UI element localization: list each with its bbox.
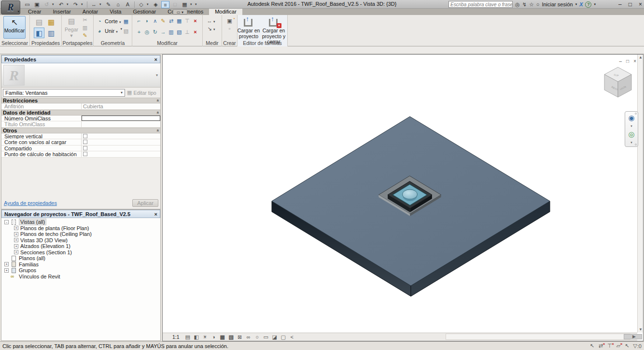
trim-icon[interactable]: → bbox=[159, 28, 167, 36]
select-pinned-icon[interactable]: ⊤× bbox=[607, 343, 612, 349]
corte-vacios-checkbox[interactable] bbox=[83, 140, 87, 144]
scroll-up-icon[interactable]: ▲ bbox=[638, 55, 644, 60]
mirror-icon[interactable]: ⇄ bbox=[168, 17, 175, 25]
temporary-view-properties-icon[interactable]: ▭ bbox=[263, 334, 269, 340]
scale-icon[interactable]: ▧ bbox=[175, 28, 183, 36]
measure-between-icon[interactable]: ↔ bbox=[206, 17, 213, 25]
temporary-hide-isolate-icon[interactable]: ∞ bbox=[245, 334, 252, 340]
select-links-icon[interactable]: ↖ bbox=[590, 343, 594, 349]
lock-3d-view-icon[interactable]: ⊠ bbox=[237, 334, 243, 340]
help-caret-icon[interactable]: ▾ bbox=[594, 2, 596, 6]
collapse-icon[interactable]: - bbox=[4, 220, 9, 224]
sign-in-button[interactable]: Iniciar sesión bbox=[542, 1, 573, 7]
pin-icon[interactable]: ⊤ bbox=[183, 17, 191, 25]
join-geometry-icon[interactable]: ◕ bbox=[96, 27, 103, 35]
tree-item-alzados[interactable]: + Alzados (Elevation 1) bbox=[1, 243, 160, 249]
offset-icon[interactable]: ◗ bbox=[143, 17, 151, 25]
tree-item-planos-techo[interactable]: + Planos de techo (Ceiling Plan) bbox=[1, 231, 160, 237]
family-selector[interactable]: Familia: Ventanas ▾ bbox=[3, 89, 125, 97]
measure-along-icon[interactable]: ↘ bbox=[206, 25, 213, 32]
properties-header[interactable]: Propiedades × bbox=[1, 55, 160, 63]
array-icon[interactable]: ▦ bbox=[175, 17, 183, 25]
array-linear-icon[interactable]: ▥ bbox=[168, 28, 175, 36]
reveal-hidden-icon[interactable]: ○ bbox=[254, 334, 261, 340]
search-icon[interactable]: ◎ bbox=[515, 1, 520, 8]
tab-gestionar[interactable]: Gestionar bbox=[127, 9, 162, 15]
tree-item-planos-planta[interactable]: + Planos de planta (Floor Plan) bbox=[1, 225, 160, 232]
split-element-icon[interactable]: ∧ bbox=[151, 17, 159, 25]
expand-icon[interactable]: + bbox=[4, 262, 9, 266]
omniclass-number-input[interactable] bbox=[82, 116, 160, 121]
wheel-caret-icon[interactable]: ▾ bbox=[625, 124, 638, 128]
section-datos-identidad[interactable]: Datos de identidad« bbox=[1, 110, 160, 116]
load-into-project-button[interactable]: ↑ Cargar en proyecto bbox=[235, 16, 263, 39]
vertical-scrollbar[interactable]: ▲ ▼ bbox=[637, 55, 643, 333]
shadows-icon[interactable]: ◑ bbox=[210, 334, 217, 340]
favorites-star-icon[interactable]: ☆ bbox=[529, 1, 534, 8]
siempre-vertical-checkbox[interactable] bbox=[83, 134, 87, 138]
punto-calculo-checkbox[interactable] bbox=[83, 152, 87, 156]
expand-icon[interactable]: + bbox=[14, 226, 18, 230]
tree-item-vinculos[interactable]: ∞ Vínculos de Revit bbox=[1, 274, 160, 280]
expand-icon[interactable]: + bbox=[14, 244, 18, 248]
copy-element-icon[interactable]: ◎ bbox=[143, 28, 151, 36]
select-by-face-icon[interactable]: ▱× bbox=[616, 343, 620, 349]
project-browser-header[interactable]: Navegador de proyectos - TWF_Roof_Based_… bbox=[1, 210, 160, 218]
horizontal-scrollbar[interactable] bbox=[446, 334, 630, 340]
scroll-right-icon[interactable]: ▶ bbox=[631, 334, 637, 340]
show-crop-icon[interactable]: ▧ bbox=[228, 334, 235, 340]
tree-item-secciones[interactable]: + Secciones (Section 1) bbox=[1, 249, 160, 256]
application-menu-button[interactable]: R ▾ bbox=[1, 0, 20, 15]
displacement-icon[interactable]: ▢ bbox=[280, 334, 287, 340]
tree-item-grupos[interactable]: + Grupos bbox=[1, 267, 160, 274]
rotate-icon[interactable]: ↻ bbox=[151, 28, 159, 36]
delete-icon[interactable]: × bbox=[191, 28, 199, 36]
split-with-gap-icon[interactable]: ✎ bbox=[159, 17, 167, 25]
visual-style-icon[interactable]: ◧ bbox=[193, 334, 200, 340]
expand-icon[interactable]: + bbox=[14, 250, 18, 254]
scale-button[interactable]: 1:1 bbox=[172, 334, 180, 340]
tab-anotar[interactable]: Anotar bbox=[77, 9, 104, 15]
family-category-icon[interactable]: ▤ bbox=[34, 17, 44, 28]
view-minimize-icon[interactable]: – bbox=[619, 58, 622, 64]
view-restore-icon[interactable]: □ bbox=[626, 58, 629, 64]
properties-help-link[interactable]: Ayuda de propiedades bbox=[4, 200, 57, 206]
geometry-aux2-icon[interactable]: ▧ bbox=[122, 27, 130, 35]
tab-crear[interactable]: Crear bbox=[22, 9, 47, 15]
properties-close-icon[interactable]: × bbox=[154, 57, 157, 62]
align-icon[interactable]: ⌐ bbox=[135, 17, 143, 25]
minimize-button[interactable]: – bbox=[618, 1, 622, 8]
collapse-vcb-icon[interactable]: < bbox=[289, 334, 295, 340]
minimize-ribbon-button[interactable]: ▭ ▾ bbox=[173, 9, 187, 15]
close-button[interactable]: × bbox=[639, 1, 642, 8]
crop-view-icon[interactable]: ▦ bbox=[219, 334, 226, 340]
tab-insertar[interactable]: Insertar bbox=[47, 9, 77, 15]
type-preview[interactable]: R ▾ bbox=[1, 63, 160, 88]
drag-on-selection-icon[interactable]: ↖ bbox=[625, 343, 629, 349]
scroll-down-icon[interactable]: ▼ bbox=[638, 327, 644, 333]
unpin-icon[interactable]: × bbox=[191, 17, 199, 25]
subscription-icon[interactable]: ↯ bbox=[522, 1, 527, 8]
tree-item-vistas[interactable]: - Vistas (all) bbox=[1, 219, 160, 225]
tab-vista[interactable]: Vista bbox=[104, 9, 127, 15]
tree-item-familias[interactable]: + Familias bbox=[1, 262, 160, 268]
detail-level-icon[interactable]: ▤ bbox=[184, 334, 191, 340]
match-type-icon[interactable]: ✎ bbox=[81, 31, 89, 39]
search-input[interactable]: Escriba palabra clave o frase bbox=[448, 1, 513, 8]
tab-modificar[interactable]: Modificar bbox=[209, 9, 242, 15]
compartido-checkbox[interactable] bbox=[83, 146, 87, 150]
filter-button[interactable]: ▽ :0 bbox=[633, 343, 642, 349]
expand-icon[interactable]: + bbox=[4, 268, 9, 273]
properties-toggle-icon[interactable]: ◧ bbox=[34, 28, 44, 38]
create-group-icon[interactable]: ▣* bbox=[226, 17, 234, 25]
select-underlay-icon[interactable]: ⇄× bbox=[599, 343, 603, 349]
create-similar-icon[interactable]: ▫ bbox=[226, 25, 234, 32]
drawing-area[interactable]: REVIT VISTA SUP – □ × ▲ ▼ ◉ ▾ ◎ ▾ 1:1 ▤ … bbox=[162, 54, 644, 341]
section-restricciones[interactable]: Restricciones« bbox=[1, 98, 160, 103]
analytical-model-icon[interactable]: ◪ bbox=[271, 334, 278, 340]
project-browser-close-icon[interactable]: × bbox=[154, 211, 157, 217]
type-preview-caret-icon[interactable]: ▾ bbox=[156, 73, 158, 77]
tree-item-vistas-3d[interactable]: + Vistas 3D (3D View) bbox=[1, 237, 160, 244]
expand-icon[interactable]: + bbox=[14, 238, 18, 242]
exchange-apps-icon[interactable]: X bbox=[579, 1, 583, 7]
